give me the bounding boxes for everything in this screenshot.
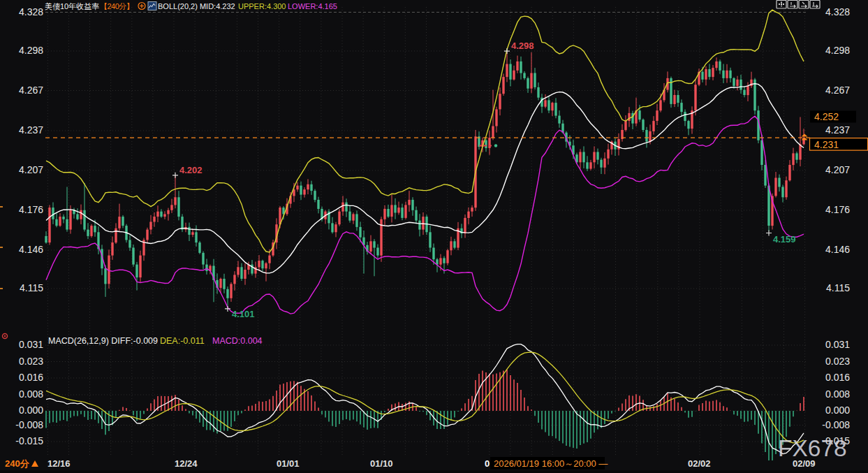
svg-text:01/01: 01/01 (277, 458, 300, 469)
svg-text:4.231: 4.231 (814, 139, 839, 150)
svg-text:0.023: 0.023 (19, 356, 43, 367)
svg-text:DEA:-0.011: DEA:-0.011 (160, 336, 205, 346)
svg-text:4.328: 4.328 (825, 6, 850, 17)
svg-text:4.328: 4.328 (19, 6, 43, 17)
svg-text:4.298: 4.298 (19, 45, 43, 56)
svg-text:0.031: 0.031 (825, 339, 850, 350)
svg-text:4.237: 4.237 (19, 124, 43, 136)
svg-text:BOLL(20,2) MID:4.232: BOLL(20,2) MID:4.232 (158, 2, 235, 10)
svg-text:4.176: 4.176 (825, 204, 850, 215)
svg-text:0.016: 0.016 (825, 372, 850, 383)
svg-text:0.000: 0.000 (825, 405, 850, 416)
svg-text:0.031: 0.031 (19, 339, 43, 350)
svg-text:2026/01/19 16:00～20:00 —: 2026/01/19 16:00～20:00 — (494, 458, 608, 469)
svg-text:【240分】: 【240分】 (100, 2, 133, 10)
svg-text:-0.008: -0.008 (15, 419, 43, 430)
svg-text:4.146: 4.146 (19, 244, 43, 255)
svg-text:4.207: 4.207 (825, 164, 850, 175)
svg-text:4.159: 4.159 (773, 234, 796, 245)
svg-text:FX678: FX678 (778, 435, 847, 461)
svg-text:4.207: 4.207 (19, 164, 43, 175)
svg-text:4.202: 4.202 (179, 165, 203, 175)
svg-text:4.298: 4.298 (825, 45, 850, 56)
svg-text:0.023: 0.023 (825, 356, 850, 367)
svg-text:-0.015: -0.015 (15, 435, 43, 446)
svg-text:4.146: 4.146 (825, 244, 850, 255)
svg-text:0.000: 0.000 (19, 405, 43, 416)
svg-text:4.115: 4.115 (826, 282, 850, 293)
svg-text:01/10: 01/10 (370, 458, 393, 469)
svg-text:UPPER:4.300: UPPER:4.300 (238, 2, 286, 10)
svg-text:4.176: 4.176 (19, 204, 43, 215)
svg-text:0.016: 0.016 (19, 372, 43, 383)
svg-text:4.237: 4.237 (825, 124, 850, 136)
svg-text:MACD(26,12,9) DIFF:-0.009: MACD(26,12,9) DIFF:-0.009 (48, 336, 158, 346)
svg-text:4.115: 4.115 (20, 282, 43, 293)
svg-text:4.267: 4.267 (19, 85, 43, 96)
svg-text:4.298: 4.298 (511, 41, 534, 51)
svg-text:4.252: 4.252 (814, 111, 839, 122)
svg-text:LOWER:4.165: LOWER:4.165 (288, 2, 337, 10)
svg-text:02/02: 02/02 (688, 458, 711, 469)
svg-text:美债10年收益率: 美债10年收益率 (45, 2, 99, 10)
svg-text:4.267: 4.267 (825, 85, 850, 96)
svg-text:4.101: 4.101 (232, 309, 255, 319)
svg-text:240分: 240分 (5, 458, 30, 469)
svg-text:0.008: 0.008 (19, 388, 43, 400)
svg-text:0: 0 (485, 458, 490, 469)
svg-text:0.008: 0.008 (825, 388, 850, 400)
svg-text:12/16: 12/16 (47, 458, 71, 469)
svg-text:-0.008: -0.008 (822, 419, 850, 430)
svg-text:MACD:0.004: MACD:0.004 (212, 336, 263, 346)
svg-text:12/24: 12/24 (175, 458, 198, 469)
